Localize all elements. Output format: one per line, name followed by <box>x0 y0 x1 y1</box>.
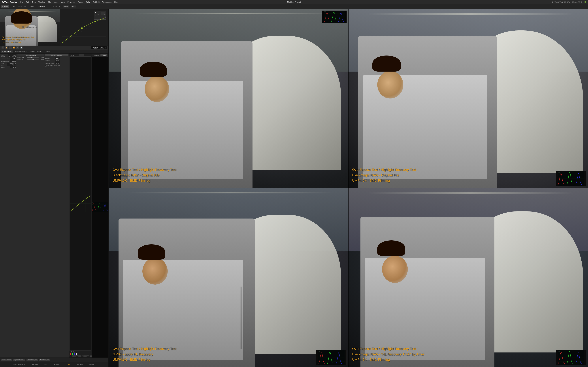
cam-raw-label-4: Color Space <box>1 63 7 66</box>
gamma-shadowrolloff-label: Shadow Rolloff <box>45 63 54 64</box>
cam-raw-value-5[interactable]: 800 <box>10 66 16 68</box>
clip-btn[interactable]: Clip <box>71 6 76 8</box>
fps-info: RPG / 62°F / 3183 RPM <box>552 1 571 3</box>
svg-line-0 <box>95 14 101 16</box>
nodes-btn[interactable]: Nodes <box>63 6 69 8</box>
cam-raw-value-0[interactable]: Use Pro...Setting <box>8 54 16 58</box>
curves-mode: Custom <box>79 54 84 56</box>
video-cell-4: 100 OverExpose Test / Highlight Recovery… <box>348 188 588 367</box>
menu-clip[interactable]: Clip <box>48 1 51 3</box>
soft-clip-inputs: Low 50.0 LS 0.5 Hi 50.0 HS 0.0 <box>69 355 91 357</box>
tab-curves[interactable]: Curves <box>43 50 51 53</box>
cam-raw-value-4[interactable]: Blackm...n Film... <box>7 63 16 66</box>
menu-fusion[interactable]: Fusion <box>78 1 83 3</box>
nav-tab-luts[interactable]: LUTs <box>10 5 16 8</box>
nav-tab-media-post[interactable]: Media Post <box>17 5 27 8</box>
cell3-parade-svg: 100 <box>316 350 346 365</box>
curves-edit-btn[interactable]: Edit <box>89 54 91 56</box>
nav-tab-gallery[interactable]: Gallery <box>1 5 9 8</box>
video-black-checkbox[interactable] <box>45 65 47 67</box>
bm-raw-exposure-label: Exposure <box>17 59 27 60</box>
menu-trim[interactable]: Trim <box>32 1 36 3</box>
exposure-thumb <box>33 59 34 60</box>
soft-clip-controls <box>69 353 91 355</box>
ws-tab-fairlight[interactable]: Fairlight <box>75 363 85 366</box>
menu-playback[interactable]: Playback <box>68 1 75 3</box>
panel-tabs: Camera Raw Blackmagic RAW Gamma Controls… <box>0 50 108 53</box>
bm-raw-exposure-row: Exposure 0.00 <box>17 59 44 60</box>
left-panel: OverExpose Test / Highlight Recovery Tes… <box>0 9 109 367</box>
datetime-info: 22 Sep 23:15 <box>572 1 582 3</box>
loop-btn[interactable]: 🔄 <box>20 46 23 49</box>
parade-tab[interactable]: Parade <box>100 54 107 56</box>
soft-clip-lows-value[interactable]: 0.5 <box>78 355 81 357</box>
gamma-shadowrolloff-value[interactable]: 1.00 <box>55 62 60 64</box>
ws-tab-deliver[interactable]: Deliver <box>87 363 96 366</box>
step-back-btn[interactable]: ⏪ <box>5 46 8 49</box>
curve-graph-svg <box>62 17 106 43</box>
export-frame-btn[interactable]: Export Frame <box>1 359 12 361</box>
gamma-midpoint-value[interactable]: 0.38 <box>55 60 60 62</box>
menu-bar: File Edit Trim Timeline Clip Mark View P… <box>20 1 118 3</box>
menu-workspace[interactable]: Workspace <box>103 1 112 3</box>
gamma-contrast-value[interactable]: 1.00 <box>55 57 60 59</box>
hair <box>11 11 32 24</box>
menu-fairlight[interactable]: Fairlight <box>93 1 100 3</box>
cell3-line1: OverExpose Test / Highlight Recovery Tes… <box>112 346 176 351</box>
gamma-midpoint-label: Midpoint <box>45 60 54 61</box>
play-to-start-btn[interactable]: ⏮ <box>1 46 4 49</box>
workspace-bar: DaVinci Resolve 15 Fairlight Edit Fusion… <box>0 362 108 367</box>
curves-graph[interactable] <box>69 56 91 351</box>
svg-text:25: 25 <box>92 209 93 210</box>
video-cell-1: 100 OverExpose Test / Highlight Recovery… <box>109 9 348 188</box>
soft-clip-label: Soft Clip <box>69 351 91 353</box>
update-sidebar-btn[interactable]: Update Sidebar <box>13 359 26 361</box>
ws-tab-fusion[interactable]: Fusion <box>52 363 61 366</box>
colortemp-thumb <box>31 57 33 58</box>
cam-raw-value-1[interactable]: Clip <box>10 58 16 60</box>
menu-file[interactable]: File <box>20 1 23 3</box>
timecode-top: 22:10:35:15 <box>49 6 60 8</box>
menu-view[interactable]: View <box>61 1 65 3</box>
cell1-scope-topright: 100 <box>322 10 347 23</box>
curves-nodes-area[interactable]: ⬜ <box>60 9 108 46</box>
step-forward-btn[interactable]: ⏩ <box>13 46 15 49</box>
menu-mark[interactable]: Mark <box>54 1 58 3</box>
video-cell-2: 100 OverExpose Test / Highlight Recovery… <box>348 9 588 188</box>
play-btn[interactable]: ▶ <box>9 46 12 49</box>
menu-timeline[interactable]: Timeline <box>38 1 45 3</box>
menu-color[interactable]: Color <box>86 1 90 3</box>
scopes-tabs: Scopes Parade <box>92 53 108 57</box>
cam-raw-label-3: White Balance <box>1 60 9 62</box>
overlay-line2: Blackmagic RAW - Original File <box>2 38 34 41</box>
svg-text:75: 75 <box>92 204 93 205</box>
use-changes-btn[interactable]: Use Changes <box>39 359 50 361</box>
scopes-tab[interactable]: Scopes <box>93 54 100 56</box>
soft-clip-lows-label: LS <box>76 355 78 357</box>
colortemp-slider[interactable] <box>27 57 39 58</box>
ws-tab-color[interactable]: Color <box>64 363 72 366</box>
exposure-slider[interactable] <box>27 59 39 60</box>
soft-clip-blue-dot <box>74 353 75 355</box>
play-to-end-btn[interactable]: ⏭ <box>16 46 19 49</box>
ws-tab-media[interactable]: Fairlight <box>30 363 40 366</box>
tab-blackmagic-raw[interactable]: Blackmagic RAW <box>13 50 28 53</box>
svg-text:100: 100 <box>558 172 560 173</box>
workspace-tabs: Fairlight Edit Fusion Color Fairlight De… <box>30 363 96 366</box>
cell2-hair <box>372 56 401 72</box>
cam-raw-value-3[interactable]: As Shot <box>10 60 16 62</box>
tab-gamma[interactable]: Gamma Controls <box>28 50 43 53</box>
ws-tab-edit[interactable]: Edit <box>43 363 49 366</box>
tab-camera-raw[interactable]: Camera Raw <box>1 50 13 53</box>
soft-clip-low-value[interactable]: 50.0 <box>72 355 76 357</box>
menu-help[interactable]: Help <box>114 1 118 3</box>
playback-controls: ⏮ ⏪ ▶ ⏩ ⏭ 🔄 01:06:54:14 <box>0 46 108 50</box>
menu-edit[interactable]: Edit <box>26 1 29 3</box>
video-preview[interactable]: OverExpose Test / Highlight Recovery Tes… <box>0 9 60 46</box>
bm-raw-colortemp-row: Color Temp 3250 <box>17 57 44 58</box>
soft-clip-high-value[interactable]: 50.0 <box>83 355 87 357</box>
zoom-level[interactable]: 50% <box>30 6 34 7</box>
gamma-contrast-label: Contrast <box>45 57 54 59</box>
grab-changes-btn[interactable]: Grab Changes <box>26 359 38 361</box>
curves-header: Curves Custom Edit <box>69 54 91 56</box>
